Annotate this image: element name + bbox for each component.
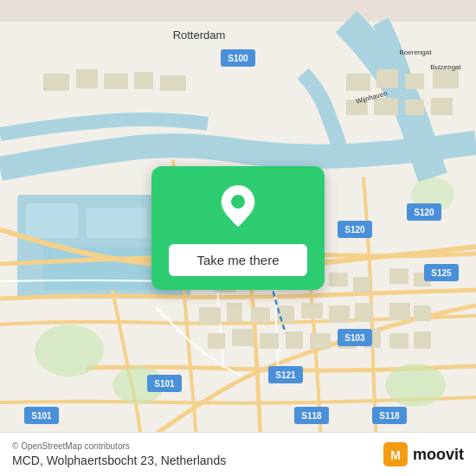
action-card: Take me there — [151, 166, 325, 290]
copyright-text: © OpenStreetMap contributors — [12, 441, 226, 451]
svg-text:S120: S120 — [344, 225, 365, 235]
svg-rect-21 — [260, 333, 279, 349]
svg-rect-18 — [355, 303, 372, 322]
svg-rect-20 — [232, 329, 254, 346]
svg-rect-40 — [433, 69, 459, 88]
svg-rect-11 — [227, 303, 242, 322]
svg-rect-28 — [389, 303, 410, 320]
svg-rect-14 — [301, 303, 323, 318]
bottom-bar: © OpenStreetMap contributors MCD, Wolpha… — [0, 432, 476, 476]
svg-rect-29 — [414, 306, 431, 321]
moovit-logo: M moovit — [383, 442, 464, 466]
svg-rect-16 — [353, 277, 370, 293]
svg-rect-3 — [87, 208, 147, 238]
svg-text:Rotterdam: Rotterdam — [173, 29, 226, 42]
svg-rect-13 — [277, 306, 294, 323]
svg-rect-22 — [286, 331, 303, 349]
svg-rect-34 — [104, 74, 128, 89]
svg-text:Buizengat: Buizengat — [430, 63, 461, 71]
svg-rect-12 — [251, 307, 270, 323]
svg-rect-42 — [374, 98, 398, 115]
svg-rect-26 — [389, 268, 408, 284]
svg-text:S121: S121 — [275, 370, 296, 380]
svg-text:M: M — [390, 448, 401, 462]
svg-point-45 — [35, 325, 104, 376]
svg-text:S103: S103 — [344, 333, 365, 343]
map-container: S100 S101 S101 S103 S103 S118 S118 S120 … — [0, 0, 476, 476]
svg-text:S118: S118 — [379, 411, 400, 421]
svg-rect-36 — [160, 75, 186, 91]
svg-text:S125: S125 — [431, 268, 452, 278]
svg-rect-38 — [376, 69, 398, 88]
svg-rect-23 — [310, 333, 331, 349]
svg-point-46 — [385, 363, 446, 407]
svg-text:S101: S101 — [154, 379, 175, 389]
svg-rect-15 — [329, 273, 348, 286]
moovit-logo-text: moovit — [413, 446, 464, 464]
svg-rect-32 — [43, 74, 69, 91]
svg-rect-35 — [134, 72, 153, 89]
svg-rect-33 — [76, 69, 98, 88]
svg-rect-31 — [414, 331, 431, 349]
take-me-there-button[interactable]: Take me there — [169, 244, 307, 276]
svg-rect-37 — [346, 74, 370, 91]
svg-text:S100: S100 — [228, 54, 248, 63]
bottom-left: © OpenStreetMap contributors MCD, Wolpha… — [12, 441, 226, 467]
svg-rect-39 — [405, 74, 424, 89]
svg-rect-43 — [405, 100, 424, 115]
svg-point-77 — [231, 195, 245, 209]
svg-text:S101: S101 — [31, 411, 52, 421]
svg-rect-10 — [199, 307, 221, 325]
svg-rect-30 — [389, 333, 408, 349]
location-text: MCD, Wolphaertsbocht 23, Netherlands — [12, 453, 226, 467]
pin-icon-wrapper — [216, 183, 260, 237]
location-pin-icon — [216, 183, 260, 234]
svg-rect-19 — [208, 333, 225, 349]
svg-text:S118: S118 — [301, 411, 322, 421]
svg-text:Boerengat: Boerengat — [400, 48, 433, 56]
svg-text:S120: S120 — [414, 208, 434, 217]
moovit-logo-icon: M — [383, 442, 408, 466]
svg-rect-17 — [329, 306, 350, 323]
svg-rect-44 — [431, 98, 453, 115]
svg-rect-2 — [26, 203, 78, 238]
